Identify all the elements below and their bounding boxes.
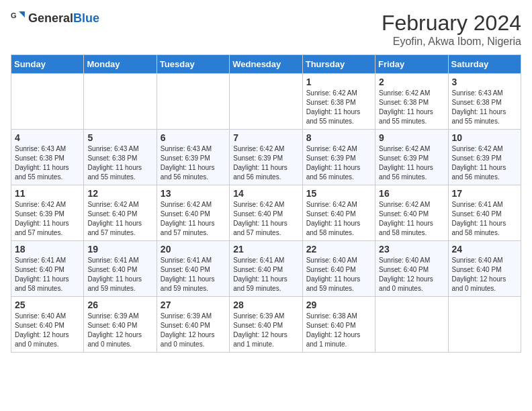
calendar-cell: 2Sunrise: 6:42 AM Sunset: 6:38 PM Daylig…	[375, 74, 448, 130]
day-info: Sunrise: 6:40 AM Sunset: 6:40 PM Dayligh…	[15, 312, 80, 349]
calendar-cell: 7Sunrise: 6:42 AM Sunset: 6:39 PM Daylig…	[230, 130, 302, 185]
day-number: 14	[233, 188, 298, 199]
day-info: Sunrise: 6:42 AM Sunset: 6:39 PM Dayligh…	[306, 144, 371, 182]
day-number: 28	[233, 300, 298, 310]
calendar-cell: 26Sunrise: 6:39 AM Sunset: 6:40 PM Dayli…	[84, 297, 157, 353]
day-number: 8	[306, 132, 371, 143]
calendar-cell: 29Sunrise: 6:38 AM Sunset: 6:40 PM Dayli…	[302, 297, 375, 353]
calendar-week-row: 11Sunrise: 6:42 AM Sunset: 6:39 PM Dayli…	[11, 185, 521, 241]
day-info: Sunrise: 6:41 AM Sunset: 6:40 PM Dayligh…	[233, 256, 298, 293]
calendar-cell: 25Sunrise: 6:40 AM Sunset: 6:40 PM Dayli…	[11, 297, 84, 353]
calendar-cell: 27Sunrise: 6:39 AM Sunset: 6:40 PM Dayli…	[157, 297, 229, 353]
day-number: 7	[233, 132, 298, 143]
calendar-cell: 1Sunrise: 6:42 AM Sunset: 6:38 PM Daylig…	[302, 74, 375, 130]
calendar-cell: 20Sunrise: 6:41 AM Sunset: 6:40 PM Dayli…	[157, 241, 229, 297]
day-number: 18	[15, 244, 80, 255]
calendar-cell: 12Sunrise: 6:42 AM Sunset: 6:40 PM Dayli…	[84, 185, 157, 241]
day-number: 16	[379, 188, 444, 199]
calendar-cell: 28Sunrise: 6:39 AM Sunset: 6:40 PM Dayli…	[230, 297, 302, 353]
day-info: Sunrise: 6:43 AM Sunset: 6:38 PM Dayligh…	[15, 144, 80, 182]
day-number: 1	[306, 77, 371, 87]
day-number: 17	[452, 188, 517, 199]
calendar-cell: 13Sunrise: 6:42 AM Sunset: 6:40 PM Dayli…	[157, 185, 229, 241]
calendar-cell	[230, 74, 302, 130]
calendar-table: SundayMondayTuesdayWednesdayThursdayFrid…	[11, 54, 521, 353]
day-number: 20	[161, 244, 226, 255]
calendar-cell: 5Sunrise: 6:43 AM Sunset: 6:38 PM Daylig…	[84, 130, 157, 185]
day-number: 4	[15, 132, 80, 143]
day-number: 10	[452, 132, 517, 143]
calendar-cell: 10Sunrise: 6:42 AM Sunset: 6:39 PM Dayli…	[448, 130, 521, 185]
calendar-header-tuesday: Tuesday	[157, 55, 229, 74]
day-number: 3	[452, 77, 517, 87]
day-number: 22	[306, 244, 371, 255]
day-info: Sunrise: 6:41 AM Sunset: 6:40 PM Dayligh…	[87, 256, 152, 293]
calendar-cell	[84, 74, 157, 130]
day-number: 6	[161, 132, 226, 143]
day-info: Sunrise: 6:43 AM Sunset: 6:38 PM Dayligh…	[87, 144, 152, 182]
day-info: Sunrise: 6:39 AM Sunset: 6:40 PM Dayligh…	[233, 312, 298, 349]
day-info: Sunrise: 6:41 AM Sunset: 6:40 PM Dayligh…	[15, 256, 80, 293]
logo-general-text: General	[28, 11, 73, 25]
day-info: Sunrise: 6:39 AM Sunset: 6:40 PM Dayligh…	[161, 312, 226, 349]
calendar-header-friday: Friday	[375, 55, 448, 74]
day-info: Sunrise: 6:42 AM Sunset: 6:38 PM Dayligh…	[379, 89, 444, 126]
calendar-week-row: 1Sunrise: 6:42 AM Sunset: 6:38 PM Daylig…	[11, 74, 521, 130]
day-info: Sunrise: 6:42 AM Sunset: 6:40 PM Dayligh…	[161, 200, 226, 238]
day-info: Sunrise: 6:40 AM Sunset: 6:40 PM Dayligh…	[306, 256, 371, 293]
logo-blue-text: Blue	[73, 11, 99, 25]
day-info: Sunrise: 6:42 AM Sunset: 6:39 PM Dayligh…	[452, 144, 517, 182]
day-number: 11	[15, 188, 80, 199]
calendar-cell: 9Sunrise: 6:42 AM Sunset: 6:39 PM Daylig…	[375, 130, 448, 185]
day-info: Sunrise: 6:42 AM Sunset: 6:39 PM Dayligh…	[15, 200, 80, 238]
day-number: 5	[87, 132, 152, 143]
calendar-cell: 11Sunrise: 6:42 AM Sunset: 6:39 PM Dayli…	[11, 185, 84, 241]
day-number: 19	[87, 244, 152, 255]
day-number: 24	[452, 244, 517, 255]
calendar-cell	[11, 74, 84, 130]
title-area: February 2024 Eyofin, Akwa Ibom, Nigeria	[382, 11, 521, 48]
day-info: Sunrise: 6:42 AM Sunset: 6:40 PM Dayligh…	[87, 200, 152, 238]
calendar-header-sunday: Sunday	[11, 55, 84, 74]
calendar-cell	[448, 297, 521, 353]
day-info: Sunrise: 6:42 AM Sunset: 6:38 PM Dayligh…	[306, 89, 371, 126]
day-number: 25	[15, 300, 80, 310]
calendar-cell: 4Sunrise: 6:43 AM Sunset: 6:38 PM Daylig…	[11, 130, 84, 185]
day-info: Sunrise: 6:41 AM Sunset: 6:40 PM Dayligh…	[452, 200, 517, 238]
calendar-cell: 22Sunrise: 6:40 AM Sunset: 6:40 PM Dayli…	[302, 241, 375, 297]
day-number: 12	[87, 188, 152, 199]
day-info: Sunrise: 6:43 AM Sunset: 6:38 PM Dayligh…	[452, 89, 517, 126]
calendar-cell: 15Sunrise: 6:42 AM Sunset: 6:40 PM Dayli…	[302, 185, 375, 241]
calendar-header-saturday: Saturday	[448, 55, 521, 74]
day-number: 2	[379, 77, 444, 87]
day-info: Sunrise: 6:42 AM Sunset: 6:40 PM Dayligh…	[306, 200, 371, 238]
day-info: Sunrise: 6:42 AM Sunset: 6:40 PM Dayligh…	[379, 200, 444, 238]
calendar-cell: 19Sunrise: 6:41 AM Sunset: 6:40 PM Dayli…	[84, 241, 157, 297]
calendar-cell: 14Sunrise: 6:42 AM Sunset: 6:40 PM Dayli…	[230, 185, 302, 241]
day-info: Sunrise: 6:43 AM Sunset: 6:39 PM Dayligh…	[161, 144, 226, 182]
day-info: Sunrise: 6:41 AM Sunset: 6:40 PM Dayligh…	[161, 256, 226, 293]
calendar-week-row: 18Sunrise: 6:41 AM Sunset: 6:40 PM Dayli…	[11, 241, 521, 297]
calendar-cell: 17Sunrise: 6:41 AM Sunset: 6:40 PM Dayli…	[448, 185, 521, 241]
svg-marker-1	[19, 11, 25, 17]
calendar-header-monday: Monday	[84, 55, 157, 74]
day-info: Sunrise: 6:39 AM Sunset: 6:40 PM Dayligh…	[87, 312, 152, 349]
day-number: 26	[87, 300, 152, 310]
day-number: 13	[161, 188, 226, 199]
logo: G GeneralBlue	[11, 11, 99, 26]
calendar-header-thursday: Thursday	[302, 55, 375, 74]
calendar-week-row: 4Sunrise: 6:43 AM Sunset: 6:38 PM Daylig…	[11, 130, 521, 185]
day-info: Sunrise: 6:42 AM Sunset: 6:40 PM Dayligh…	[233, 200, 298, 238]
day-info: Sunrise: 6:40 AM Sunset: 6:40 PM Dayligh…	[452, 256, 517, 293]
generalblue-logo-icon: G	[11, 11, 26, 26]
calendar-cell: 3Sunrise: 6:43 AM Sunset: 6:38 PM Daylig…	[448, 74, 521, 130]
day-info: Sunrise: 6:40 AM Sunset: 6:40 PM Dayligh…	[379, 256, 444, 293]
calendar-cell: 23Sunrise: 6:40 AM Sunset: 6:40 PM Dayli…	[375, 241, 448, 297]
day-number: 29	[306, 300, 371, 310]
location-title: Eyofin, Akwa Ibom, Nigeria	[382, 36, 521, 48]
day-info: Sunrise: 6:42 AM Sunset: 6:39 PM Dayligh…	[379, 144, 444, 182]
day-info: Sunrise: 6:38 AM Sunset: 6:40 PM Dayligh…	[306, 312, 371, 349]
svg-text:G: G	[11, 11, 17, 19]
page-header: G GeneralBlue February 2024 Eyofin, Akwa…	[11, 11, 521, 48]
calendar-cell: 16Sunrise: 6:42 AM Sunset: 6:40 PM Dayli…	[375, 185, 448, 241]
